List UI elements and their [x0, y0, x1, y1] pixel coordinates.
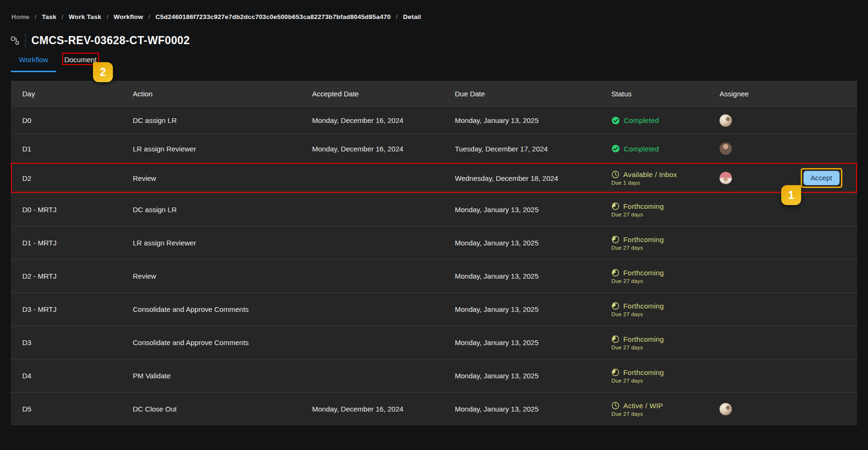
check-circle-icon: [611, 144, 620, 153]
table-row: D5 DC Close Out Monday, December 16, 202…: [11, 392, 857, 425]
annotation-step-badge-2: 2: [93, 62, 113, 82]
breadcrumb-separator: /: [107, 13, 109, 20]
cell-action: Consolidate and Approve Comments: [121, 338, 301, 347]
breadcrumb-work-task[interactable]: Work Task: [69, 13, 102, 20]
check-circle-icon: [611, 116, 620, 125]
status-label: Forthcoming: [623, 235, 664, 244]
cell-day: D3: [11, 338, 121, 347]
tab-workflow[interactable]: Workflow: [11, 52, 56, 72]
breadcrumb-separator: /: [148, 13, 150, 20]
due-note: Due 27 days: [611, 245, 708, 251]
cell-accepted-date: Monday, December 16, 2024: [301, 405, 443, 413]
breadcrumb-detail: Detail: [403, 13, 421, 20]
status-label: Forthcoming: [623, 269, 664, 277]
cell-day: D1: [11, 145, 121, 153]
status-badge: Available / Inbox: [611, 170, 708, 178]
cell-day: D1 - MRTJ: [11, 239, 121, 247]
status-label: Completed: [624, 145, 659, 153]
assignee-avatar: [720, 142, 732, 155]
column-header-due-date: Due Date: [443, 90, 600, 98]
status-badge: Completed: [611, 144, 708, 153]
due-note: Due 27 days: [611, 378, 708, 384]
table-row: D0 - MRTJ DC assign LR Monday, January 1…: [11, 193, 857, 226]
cell-day: D2: [11, 174, 121, 182]
cell-day: D0: [11, 116, 121, 124]
breadcrumb-separator: /: [62, 13, 64, 20]
half-filled-circle-icon: [611, 235, 619, 244]
table-header-row: Day Action Accepted Date Due Date Status…: [11, 81, 857, 106]
cell-day: D2 - MRTJ: [11, 272, 121, 280]
status-label: Completed: [624, 116, 659, 124]
page-title: CMCS-REV-03628-CT-WF0002: [31, 34, 190, 47]
breadcrumb-workflow-id[interactable]: C5d2460186f7233c927e7db2dcc703c0e500b653…: [156, 13, 391, 20]
status-badge: Forthcoming: [611, 269, 708, 277]
half-filled-circle-icon: [611, 335, 619, 343]
status-label: Available / Inbox: [623, 170, 677, 178]
cell-due-date: Wednesday, December 18, 2024: [443, 174, 600, 182]
due-note: Due 27 days: [611, 345, 708, 350]
clock-icon: [611, 402, 619, 410]
table-row: D3 Consolidate and Approve Comments Mond…: [11, 326, 857, 359]
status-badge: Completed: [611, 116, 708, 125]
breadcrumb-task[interactable]: Task: [42, 13, 56, 20]
workflow-nodes-icon: [10, 36, 19, 45]
cell-due-date: Monday, January 13, 2025: [443, 272, 600, 280]
table-row: D3 - MRTJ Consolidate and Approve Commen…: [11, 292, 857, 326]
status-badge: Forthcoming: [611, 368, 708, 376]
breadcrumb-home[interactable]: Home: [11, 13, 29, 20]
annotation-step-badge-1: 1: [781, 185, 801, 205]
cell-action: PM Validate: [121, 372, 301, 380]
half-filled-circle-icon: [611, 202, 619, 210]
cell-due-date: Monday, January 13, 2025: [443, 206, 600, 214]
workflow-table: Day Action Accepted Date Due Date Status…: [11, 81, 857, 425]
due-note: Due 1 days: [611, 180, 708, 186]
cell-due-date: Monday, January 13, 2025: [443, 372, 600, 380]
divider: [25, 33, 26, 47]
cell-action: DC assign LR: [121, 206, 301, 214]
cell-day: D3 - MRTJ: [11, 305, 121, 313]
cell-action: LR assign Reviewer: [121, 145, 301, 153]
cell-due-date: Monday, January 13, 2025: [443, 239, 600, 247]
table-row: D4 PM Validate Monday, January 13, 2025 …: [11, 359, 857, 392]
cell-action: Consolidate and Approve Comments: [121, 305, 301, 313]
due-note: Due 27 days: [611, 278, 708, 284]
cell-due-date: Tuesday, December 17, 2024: [443, 145, 600, 153]
half-filled-circle-icon: [611, 302, 619, 310]
cell-accepted-date: Monday, December 16, 2024: [301, 116, 443, 124]
cell-due-date: Monday, January 13, 2025: [443, 305, 600, 313]
assignee-avatar: [720, 114, 732, 127]
breadcrumb: Home / Task / Work Task / Workflow / C5d…: [11, 13, 421, 20]
column-header-assignee: Assignee: [708, 90, 789, 98]
cell-action: DC Close Out: [121, 405, 301, 413]
status-badge: Forthcoming: [611, 302, 708, 310]
breadcrumb-workflow[interactable]: Workflow: [114, 13, 143, 20]
status-badge: Forthcoming: [611, 335, 708, 343]
column-header-accepted-date: Accepted Date: [301, 90, 443, 98]
status-label: Forthcoming: [623, 302, 664, 310]
breadcrumb-separator: /: [396, 13, 398, 20]
page-header: CMCS-REV-03628-CT-WF0002: [10, 33, 190, 47]
table-row: D1 - MRTJ LR assign Reviewer Monday, Jan…: [11, 226, 857, 259]
cell-due-date: Monday, January 13, 2025: [443, 405, 600, 413]
column-header-action: Action: [121, 90, 301, 98]
half-filled-circle-icon: [611, 368, 619, 376]
status-badge: Active / WIP: [611, 402, 708, 410]
cell-action: LR assign Reviewer: [121, 239, 301, 247]
status-label: Forthcoming: [623, 202, 664, 210]
due-note: Due 27 days: [611, 311, 708, 317]
assignee-avatar: [720, 172, 732, 184]
tab-bar: Workflow Document: [11, 52, 105, 72]
status-label: Forthcoming: [623, 335, 664, 343]
accept-button[interactable]: Accept: [803, 171, 840, 185]
accept-button-highlight-box: Accept: [801, 168, 842, 188]
cell-day: D0 - MRTJ: [11, 206, 121, 214]
assignee-avatar: [720, 403, 732, 415]
cell-action: DC assign LR: [121, 116, 301, 124]
half-filled-circle-icon: [611, 269, 619, 277]
column-header-day: Day: [11, 90, 121, 98]
cell-due-date: Monday, January 13, 2025: [443, 338, 600, 347]
breadcrumb-separator: /: [35, 13, 37, 20]
table-row: D1 LR assign Reviewer Monday, December 1…: [11, 134, 857, 163]
status-label: Forthcoming: [623, 368, 664, 376]
table-row-d2-review: D2 Review Wednesday, December 18, 2024 A…: [11, 163, 857, 193]
